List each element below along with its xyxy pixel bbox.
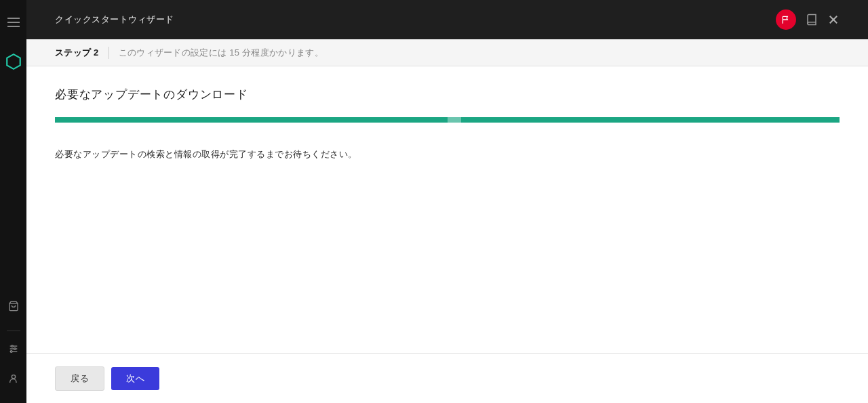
wizard-footer: 戻る 次へ [26,353,868,403]
close-icon[interactable] [827,14,840,26]
svg-point-4 [14,348,16,350]
user-icon[interactable] [8,373,19,384]
sidebar-divider [7,331,20,331]
sliders-icon[interactable] [8,343,19,354]
back-button[interactable]: 戻る [55,366,104,391]
app-logo-icon[interactable] [5,53,22,70]
wizard-header: クイックスタートウィザード [26,0,868,39]
progress-bar [55,117,840,123]
svg-point-7 [12,375,15,379]
step-label: ステップ 2 [55,47,99,59]
step-note: このウィザードの設定には 15 分程度かかります。 [119,47,323,59]
content-area: 必要なアップデートのダウンロード 必要なアップデートの検索と情報の取得が完了する… [26,66,868,353]
svg-point-6 [10,351,12,353]
wizard-title: クイックスタートウィザード [55,14,776,26]
bookmark-icon[interactable] [806,14,818,26]
content-heading: 必要なアップデートのダウンロード [55,87,840,102]
flag-button[interactable] [776,9,796,30]
header-actions [776,9,840,30]
shopping-bag-icon[interactable] [8,301,19,312]
wizard-panel: クイックスタートウィザード ステッ [26,0,868,403]
svg-point-2 [11,345,13,347]
menu-icon[interactable] [7,18,20,27]
progress-indicator [448,117,461,123]
step-bar: ステップ 2 このウィザードの設定には 15 分程度かかります。 [26,39,868,66]
content-description: 必要なアップデートの検索と情報の取得が完了するまでお待ちください。 [55,148,840,161]
next-button[interactable]: 次へ [111,367,159,390]
left-sidebar [0,0,26,403]
step-divider [108,47,109,59]
